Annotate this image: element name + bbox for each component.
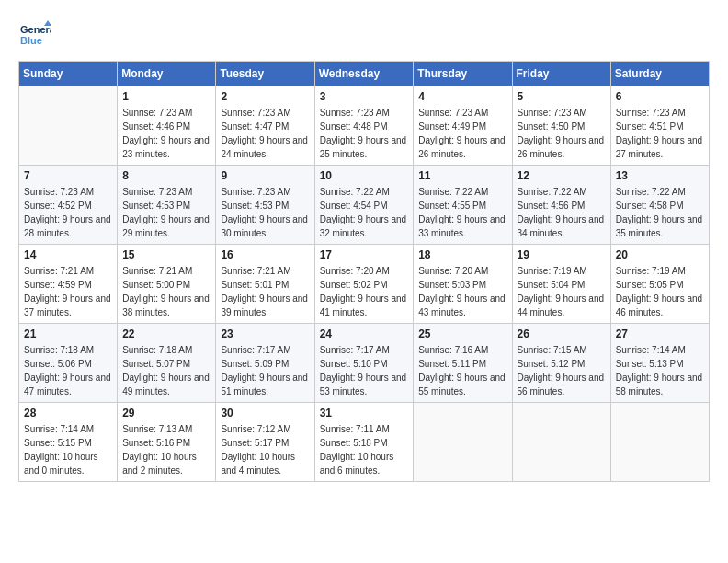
calendar-cell: 6Sunrise: 7:23 AMSunset: 4:51 PMDaylight… (610, 86, 709, 166)
day-number: 18 (418, 248, 506, 261)
day-info: Sunrise: 7:22 AMSunset: 4:58 PMDaylight:… (616, 185, 704, 240)
day-info: Sunrise: 7:11 AMSunset: 5:18 PMDaylight:… (320, 422, 409, 477)
calendar-cell: 28Sunrise: 7:14 AMSunset: 5:15 PMDayligh… (19, 403, 118, 482)
calendar-cell: 16Sunrise: 7:21 AMSunset: 5:01 PMDayligh… (216, 245, 314, 324)
day-number: 17 (320, 248, 409, 261)
day-info: Sunrise: 7:23 AMSunset: 4:53 PMDaylight:… (122, 185, 210, 240)
calendar-cell: 10Sunrise: 7:22 AMSunset: 4:54 PMDayligh… (314, 166, 414, 245)
weekday-header-row: SundayMondayTuesdayWednesdayThursdayFrid… (19, 62, 710, 86)
day-info: Sunrise: 7:22 AMSunset: 4:55 PMDaylight:… (418, 185, 506, 240)
logo-icon: General Blue (18, 18, 51, 52)
day-info: Sunrise: 7:14 AMSunset: 5:13 PMDaylight:… (616, 343, 704, 398)
day-number: 2 (221, 90, 309, 103)
calendar-cell: 8Sunrise: 7:23 AMSunset: 4:53 PMDaylight… (118, 166, 216, 245)
day-info: Sunrise: 7:21 AMSunset: 4:59 PMDaylight:… (24, 264, 112, 319)
day-number: 9 (221, 169, 309, 182)
day-info: Sunrise: 7:15 AMSunset: 5:12 PMDaylight:… (518, 343, 606, 398)
day-info: Sunrise: 7:23 AMSunset: 4:53 PMDaylight:… (221, 185, 309, 240)
calendar-cell (19, 86, 118, 166)
calendar-cell: 29Sunrise: 7:13 AMSunset: 5:16 PMDayligh… (118, 403, 216, 482)
day-info: Sunrise: 7:18 AMSunset: 5:06 PMDaylight:… (24, 343, 112, 398)
day-info: Sunrise: 7:22 AMSunset: 4:56 PMDaylight:… (518, 185, 606, 240)
day-info: Sunrise: 7:23 AMSunset: 4:50 PMDaylight:… (518, 106, 606, 161)
day-info: Sunrise: 7:18 AMSunset: 5:07 PMDaylight:… (122, 343, 210, 398)
weekday-header-tuesday: Tuesday (216, 62, 314, 86)
day-number: 10 (320, 169, 409, 182)
calendar-cell: 31Sunrise: 7:11 AMSunset: 5:18 PMDayligh… (314, 403, 414, 482)
calendar-cell: 1Sunrise: 7:23 AMSunset: 4:46 PMDaylight… (118, 86, 216, 166)
day-number: 25 (418, 327, 506, 340)
day-number: 28 (24, 407, 112, 419)
day-info: Sunrise: 7:21 AMSunset: 5:00 PMDaylight:… (122, 264, 210, 319)
day-info: Sunrise: 7:23 AMSunset: 4:51 PMDaylight:… (616, 106, 704, 161)
calendar-cell: 22Sunrise: 7:18 AMSunset: 5:07 PMDayligh… (118, 324, 216, 403)
day-number: 21 (24, 327, 112, 340)
calendar-cell: 11Sunrise: 7:22 AMSunset: 4:55 PMDayligh… (414, 166, 512, 245)
week-row-5: 28Sunrise: 7:14 AMSunset: 5:15 PMDayligh… (19, 403, 710, 482)
calendar-cell: 14Sunrise: 7:21 AMSunset: 4:59 PMDayligh… (19, 245, 118, 324)
page-header: General Blue (18, 18, 710, 52)
calendar-cell: 24Sunrise: 7:17 AMSunset: 5:10 PMDayligh… (314, 324, 414, 403)
week-row-2: 7Sunrise: 7:23 AMSunset: 4:52 PMDaylight… (19, 166, 710, 245)
day-number: 19 (518, 248, 606, 261)
calendar-cell: 13Sunrise: 7:22 AMSunset: 4:58 PMDayligh… (610, 166, 709, 245)
calendar-cell: 30Sunrise: 7:12 AMSunset: 5:17 PMDayligh… (216, 403, 314, 482)
day-info: Sunrise: 7:19 AMSunset: 5:04 PMDaylight:… (518, 264, 606, 319)
weekday-header-sunday: Sunday (19, 62, 118, 86)
day-number: 7 (24, 169, 112, 182)
day-info: Sunrise: 7:17 AMSunset: 5:10 PMDaylight:… (320, 343, 409, 398)
day-number: 11 (418, 169, 506, 182)
weekday-header-thursday: Thursday (414, 62, 512, 86)
day-number: 3 (320, 90, 409, 103)
calendar-cell: 18Sunrise: 7:20 AMSunset: 5:03 PMDayligh… (414, 245, 512, 324)
day-number: 14 (24, 248, 112, 261)
calendar-cell: 15Sunrise: 7:21 AMSunset: 5:00 PMDayligh… (118, 245, 216, 324)
day-number: 1 (122, 90, 210, 103)
day-info: Sunrise: 7:22 AMSunset: 4:54 PMDaylight:… (320, 185, 409, 240)
calendar-cell: 12Sunrise: 7:22 AMSunset: 4:56 PMDayligh… (512, 166, 610, 245)
calendar-cell: 9Sunrise: 7:23 AMSunset: 4:53 PMDaylight… (216, 166, 314, 245)
weekday-header-saturday: Saturday (610, 62, 709, 86)
day-info: Sunrise: 7:20 AMSunset: 5:03 PMDaylight:… (418, 264, 506, 319)
calendar-cell: 2Sunrise: 7:23 AMSunset: 4:47 PMDaylight… (216, 86, 314, 166)
calendar-cell: 26Sunrise: 7:15 AMSunset: 5:12 PMDayligh… (512, 324, 610, 403)
calendar-table: SundayMondayTuesdayWednesdayThursdayFrid… (18, 61, 710, 482)
day-number: 23 (221, 327, 309, 340)
calendar-cell: 3Sunrise: 7:23 AMSunset: 4:48 PMDaylight… (314, 86, 414, 166)
day-number: 20 (616, 248, 704, 261)
day-info: Sunrise: 7:21 AMSunset: 5:01 PMDaylight:… (221, 264, 309, 319)
day-info: Sunrise: 7:13 AMSunset: 5:16 PMDaylight:… (122, 422, 210, 477)
svg-marker-2 (44, 20, 51, 26)
day-number: 12 (518, 169, 606, 182)
calendar-cell (512, 403, 610, 482)
day-info: Sunrise: 7:12 AMSunset: 5:17 PMDaylight:… (221, 422, 309, 477)
weekday-header-friday: Friday (512, 62, 610, 86)
day-number: 16 (221, 248, 309, 261)
day-number: 22 (122, 327, 210, 340)
day-number: 30 (221, 407, 309, 419)
calendar-cell (414, 403, 512, 482)
weekday-header-wednesday: Wednesday (314, 62, 414, 86)
calendar-cell: 7Sunrise: 7:23 AMSunset: 4:52 PMDaylight… (19, 166, 118, 245)
day-number: 29 (122, 407, 210, 419)
day-number: 27 (616, 327, 704, 340)
day-info: Sunrise: 7:23 AMSunset: 4:48 PMDaylight:… (320, 106, 409, 161)
day-number: 31 (320, 407, 409, 419)
day-number: 26 (518, 327, 606, 340)
day-info: Sunrise: 7:19 AMSunset: 5:05 PMDaylight:… (616, 264, 704, 319)
day-info: Sunrise: 7:20 AMSunset: 5:02 PMDaylight:… (320, 264, 409, 319)
day-number: 6 (616, 90, 704, 103)
logo: General Blue (18, 18, 57, 52)
week-row-3: 14Sunrise: 7:21 AMSunset: 4:59 PMDayligh… (19, 245, 710, 324)
calendar-cell: 25Sunrise: 7:16 AMSunset: 5:11 PMDayligh… (414, 324, 512, 403)
day-info: Sunrise: 7:16 AMSunset: 5:11 PMDaylight:… (418, 343, 506, 398)
day-info: Sunrise: 7:23 AMSunset: 4:46 PMDaylight:… (122, 106, 210, 161)
calendar-cell: 17Sunrise: 7:20 AMSunset: 5:02 PMDayligh… (314, 245, 414, 324)
calendar-cell: 20Sunrise: 7:19 AMSunset: 5:05 PMDayligh… (610, 245, 709, 324)
day-number: 15 (122, 248, 210, 261)
calendar-cell: 27Sunrise: 7:14 AMSunset: 5:13 PMDayligh… (610, 324, 709, 403)
calendar-cell: 21Sunrise: 7:18 AMSunset: 5:06 PMDayligh… (19, 324, 118, 403)
day-info: Sunrise: 7:23 AMSunset: 4:47 PMDaylight:… (221, 106, 309, 161)
calendar-cell: 5Sunrise: 7:23 AMSunset: 4:50 PMDaylight… (512, 86, 610, 166)
day-number: 4 (418, 90, 506, 103)
